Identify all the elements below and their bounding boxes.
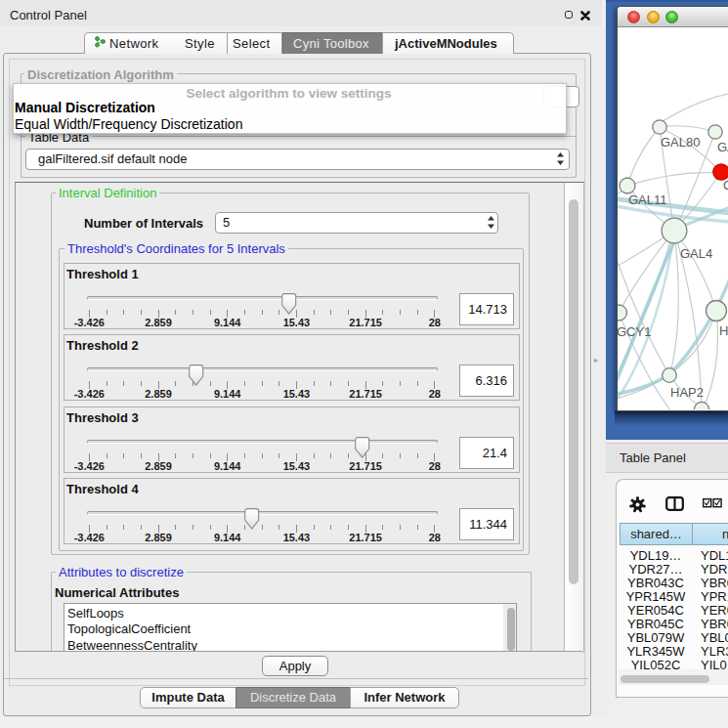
svg-text:HAP2: HAP2 (670, 385, 704, 400)
svg-text:GCY1: GCY1 (618, 324, 651, 339)
svg-text:GAL11: GAL11 (628, 193, 667, 207)
svg-text:GAL4: GAL4 (680, 246, 712, 261)
svg-text:CY: CY (723, 178, 728, 193)
svg-text:GA: GA (717, 140, 728, 154)
svg-text:GAL80: GAL80 (661, 135, 700, 150)
svg-text:HA: HA (719, 323, 728, 338)
